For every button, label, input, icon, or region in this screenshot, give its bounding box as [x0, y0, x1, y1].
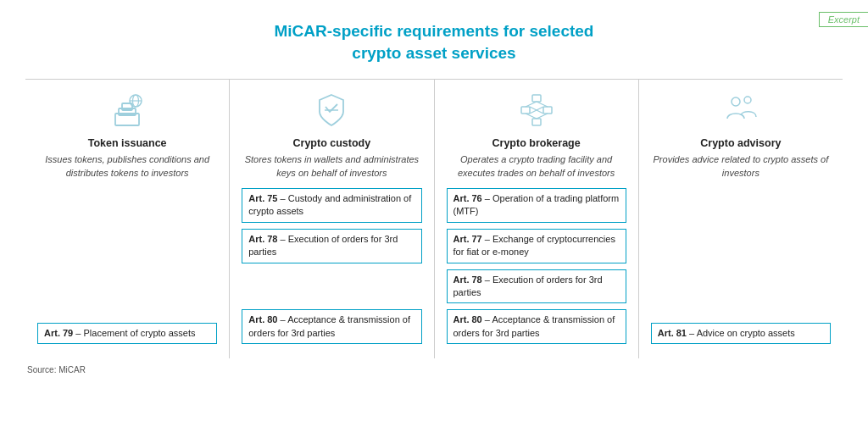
svg-line-12	[537, 102, 548, 107]
art-81: Art. 81 – Advice on crypto assets	[651, 323, 831, 344]
main-title: MiCAR-specific requirements for selected…	[25, 20, 843, 64]
art-77: Art. 77 – Exchange of cryptocurrencies f…	[447, 229, 626, 263]
svg-rect-8	[521, 107, 530, 114]
source-label: Source: MiCAR	[25, 365, 843, 374]
svg-line-14	[537, 114, 548, 119]
shield-icon	[242, 90, 421, 130]
advisory-icon	[651, 90, 831, 130]
art-80-brokerage: Art. 80 – Acceptance & transmission of o…	[447, 309, 626, 344]
col-subtitle-crypto-custody: Stores tokens in wallets and administrat…	[242, 153, 421, 180]
col-bottom-crypto-brokerage: Art. 80 – Acceptance & transmission of o…	[447, 309, 626, 350]
columns-container: Token issuance Issues tokens, publishes …	[25, 79, 843, 358]
page-wrapper: Excerpt MiCAR-specific requirements for …	[0, 0, 868, 427]
art-79: Art. 79 – Placement of crypto assets	[37, 323, 217, 344]
col-subtitle-token-issuance: Issues tokens, publishes conditions and …	[37, 153, 217, 180]
col-token-issuance: Token issuance Issues tokens, publishes …	[25, 80, 230, 358]
art-75: Art. 75 – Custody and administration of …	[242, 188, 421, 223]
art-76: Art. 76 – Operation of a trading platfor…	[447, 188, 626, 223]
art-78-custody: Art. 78 – Execution of orders for 3rd pa…	[242, 229, 421, 263]
svg-point-17	[732, 97, 740, 106]
col-crypto-custody: Crypto custody Stores tokens in wallets …	[230, 80, 434, 358]
col-crypto-advisory: Crypto advisory Provides advice related …	[639, 80, 843, 358]
svg-line-11	[526, 102, 537, 107]
col-title-crypto-custody: Crypto custody	[242, 137, 421, 149]
col-subtitle-crypto-brokerage: Operates a crypto trading facility and e…	[447, 153, 626, 180]
token-icon	[37, 90, 217, 130]
svg-point-18	[744, 97, 751, 103]
col-title-crypto-advisory: Crypto advisory	[651, 137, 831, 149]
svg-rect-10	[532, 119, 541, 125]
art-78-brokerage: Art. 78 – Execution of orders for 3rd pa…	[447, 269, 626, 304]
col-crypto-brokerage: Crypto brokerage Operates a crypto tradi…	[435, 80, 639, 358]
col-bottom-token-issuance: Art. 79 – Placement of crypto assets	[37, 323, 217, 350]
col-bottom-crypto-advisory: Art. 81 – Advice on crypto assets	[651, 323, 831, 350]
col-title-token-issuance: Token issuance	[37, 137, 217, 149]
art-80-custody: Art. 80 – Acceptance & transmission of o…	[242, 309, 421, 344]
col-subtitle-crypto-advisory: Provides advice related to crypto assets…	[651, 153, 831, 180]
col-title-crypto-brokerage: Crypto brokerage	[447, 137, 626, 149]
svg-line-13	[526, 114, 537, 119]
svg-rect-7	[532, 95, 541, 102]
network-icon	[447, 90, 626, 130]
svg-rect-9	[543, 107, 552, 114]
excerpt-badge: Excerpt	[819, 12, 868, 27]
col-bottom-crypto-custody: Art. 80 – Acceptance & transmission of o…	[242, 309, 421, 350]
